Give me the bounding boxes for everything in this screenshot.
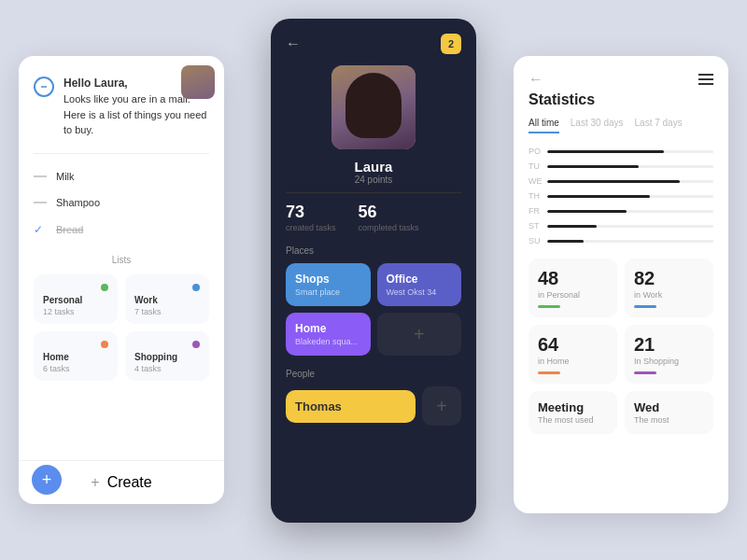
day-label: FR <box>529 206 547 216</box>
people-row: Thomas + <box>286 386 461 426</box>
tab-last-30[interactable]: Last 30 days <box>571 118 624 133</box>
stat-bar <box>634 371 656 374</box>
task-card-work[interactable]: Work 7 tasks <box>125 274 209 324</box>
stat-box-home: 64 in Home <box>529 325 617 384</box>
list-item[interactable]: ✓ Bread <box>34 216 209 244</box>
dot-icon <box>192 284 200 291</box>
task-card-home[interactable]: Home 6 tasks <box>34 331 118 381</box>
place-card-home[interactable]: Home Blakeden squa... <box>286 313 371 356</box>
tab-all-time[interactable]: All time <box>529 118 559 133</box>
chart-row: ST <box>529 221 713 231</box>
task-card-count: 4 tasks <box>134 364 200 373</box>
bar-track <box>547 210 713 213</box>
day-label: SU <box>529 236 547 245</box>
bar-fill <box>547 225 597 228</box>
place-name: Home <box>295 322 361 335</box>
stat-bar <box>634 305 656 308</box>
person-name: Thomas <box>295 399 406 413</box>
bar-track <box>547 240 713 243</box>
list-item[interactable]: Milk <box>34 163 209 189</box>
stat-label: created tasks <box>286 223 336 232</box>
stat-box-label: in Personal <box>538 290 608 300</box>
bar-fill <box>547 210 627 213</box>
person-card-thomas[interactable]: Thomas <box>286 390 416 423</box>
task-card-count: 7 tasks <box>134 307 200 316</box>
stat-bar <box>538 305 560 308</box>
left-card: Hello Laura, Looks like you are in a mal… <box>19 56 224 504</box>
plus-icon: + <box>414 324 425 345</box>
stat-created: 73 created tasks <box>286 203 336 232</box>
bar-track <box>547 150 713 153</box>
stat-box-shopping: 21 In Shopping <box>625 325 713 384</box>
create-label: Create <box>107 474 152 491</box>
list-item[interactable]: Shampoo <box>34 189 209 216</box>
place-sub: Smart place <box>295 287 361 297</box>
chart-row: TU <box>529 161 713 171</box>
divider <box>286 192 461 193</box>
bar-track <box>547 165 713 168</box>
add-place-button[interactable]: + <box>377 313 462 356</box>
dot-icon <box>192 341 200 348</box>
avatar-thumbnail <box>181 65 215 99</box>
chart-row: PO <box>529 147 713 156</box>
people-label: People <box>286 369 461 379</box>
task-grid: Personal 12 tasks Work 7 tasks Home 6 ta… <box>34 274 209 381</box>
stat-box-text: Meeting <box>538 400 608 414</box>
chart-row: TH <box>529 191 713 201</box>
svg-point-0 <box>41 86 43 88</box>
day-label: TU <box>529 161 547 171</box>
item-label: Shampoo <box>56 197 100 208</box>
menu-button[interactable] <box>698 74 713 85</box>
lists-section-label: Lists <box>34 255 209 265</box>
stat-box-personal: 48 in Personal <box>529 259 617 317</box>
dash-icon <box>34 175 47 177</box>
stat-box-sublabel: The most used <box>538 415 608 425</box>
item-label: Milk <box>56 171 75 182</box>
bar-fill <box>547 150 664 153</box>
stat-num: 73 <box>286 203 336 222</box>
menu-line <box>698 78 713 80</box>
back-button[interactable]: ← <box>529 71 543 88</box>
chart-rows: PO TU WE TH FR ST <box>529 147 713 245</box>
task-card-shopping[interactable]: Shopping 4 tasks <box>125 331 209 381</box>
stats-title: Statistics <box>529 91 713 108</box>
svg-point-1 <box>43 86 45 88</box>
right-card: ← Statistics All time Last 30 days Last … <box>514 56 728 513</box>
chart-row: FR <box>529 206 713 216</box>
places-label: Places <box>286 245 461 256</box>
stats-row: 73 created tasks 56 completed tasks <box>286 203 461 232</box>
task-card-count: 6 tasks <box>43 364 108 373</box>
stat-box-num: 21 <box>634 334 704 356</box>
card-footer: + + Create <box>19 460 224 504</box>
greeting-body: Looks like you are in a mall. Here is a … <box>63 93 206 135</box>
add-person-button[interactable]: + <box>422 386 461 426</box>
task-card-name: Shopping <box>134 352 200 362</box>
stat-completed: 56 completed tasks <box>359 203 419 232</box>
chart-row: SU <box>529 236 713 245</box>
bar-track <box>547 225 713 228</box>
chart-row: WE <box>529 176 713 186</box>
create-fab-button[interactable]: + <box>32 465 62 495</box>
stat-box-text: Wed <box>634 400 704 414</box>
stat-box-work: 82 in Work <box>625 259 713 317</box>
stat-box-num: 48 <box>538 268 608 289</box>
menu-line <box>698 83 713 85</box>
profile-silhouette <box>331 65 416 149</box>
svg-point-2 <box>45 86 47 88</box>
bar-fill <box>547 240 584 243</box>
bar-fill <box>547 165 639 168</box>
tab-last-7[interactable]: Last 7 days <box>635 118 683 133</box>
dash-icon <box>34 202 47 203</box>
task-card-count: 12 tasks <box>43 307 108 316</box>
stat-num: 56 <box>359 203 419 222</box>
stat-box-num: 64 <box>538 334 608 356</box>
middle-card: ← 2 Laura 24 points 73 created tasks 56 … <box>271 19 476 523</box>
task-card-name: Home <box>43 352 108 362</box>
profile-points: 24 points <box>286 175 461 185</box>
place-sub: West Okst 34 <box>387 287 453 297</box>
place-card-shops[interactable]: Shops Smart place <box>286 263 371 306</box>
place-card-office[interactable]: Office West Okst 34 <box>377 263 462 306</box>
task-card-personal[interactable]: Personal 12 tasks <box>34 274 118 324</box>
back-button[interactable]: ← <box>286 35 301 52</box>
profile-photo <box>331 65 416 149</box>
